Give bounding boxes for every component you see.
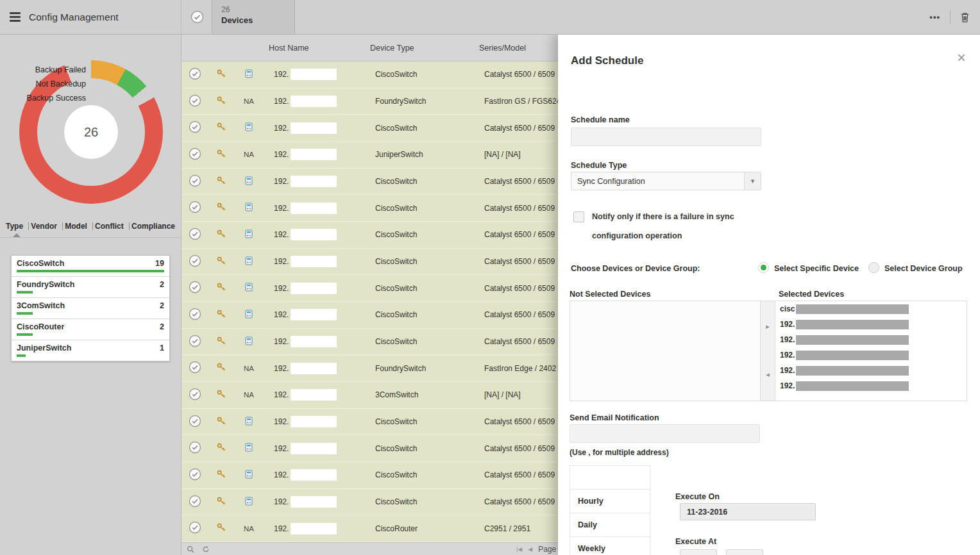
execute-at-minute-select[interactable]: ▾	[726, 549, 763, 555]
row-checkbox[interactable]	[189, 201, 201, 215]
credentials-key-icon[interactable]	[217, 470, 226, 481]
row-checkbox[interactable]	[189, 361, 201, 376]
credentials-key-icon[interactable]	[217, 390, 226, 401]
notify-checkbox[interactable]	[573, 211, 584, 222]
credentials-key-icon[interactable]	[217, 363, 226, 374]
credentials-key-icon[interactable]	[217, 176, 226, 187]
credentials-key-icon[interactable]	[217, 336, 226, 347]
row-checkbox[interactable]	[189, 174, 201, 189]
selected-device-item[interactable]: 192.	[775, 378, 967, 393]
search-icon[interactable]	[187, 545, 194, 553]
host-name-cell[interactable]: 192.	[264, 229, 365, 240]
selected-device-item[interactable]: 192.	[775, 317, 967, 332]
column-host-name[interactable]: Host Name	[264, 44, 365, 53]
move-right-icon[interactable]: ▸	[761, 322, 775, 331]
sidebar-tab[interactable]: Compliance	[131, 222, 175, 231]
trash-icon[interactable]	[960, 12, 970, 23]
credentials-key-icon[interactable]	[217, 122, 226, 133]
chevron-down-icon[interactable]: ▾	[744, 172, 761, 190]
email-input[interactable]	[570, 424, 760, 443]
host-name-cell[interactable]: 192.	[264, 523, 365, 534]
close-icon[interactable]: ×	[957, 50, 966, 65]
type-stat-row[interactable]: FoundrySwitch 2	[12, 277, 169, 298]
row-checkbox[interactable]	[189, 468, 201, 483]
move-left-icon[interactable]: ◂	[761, 370, 775, 379]
host-name-cell[interactable]: 192.	[264, 122, 365, 134]
more-options-icon[interactable]: •••	[929, 12, 940, 22]
host-name-cell[interactable]: 192.	[264, 176, 365, 187]
row-checkbox[interactable]	[189, 94, 201, 109]
hamburger-menu-icon[interactable]	[10, 12, 21, 21]
credentials-key-icon[interactable]	[217, 443, 226, 454]
tab-devices[interactable]: 26 Devices	[212, 0, 295, 34]
host-name-cell[interactable]: 192.	[264, 416, 365, 427]
sidebar-tab[interactable]: Conflict	[95, 222, 130, 231]
host-name-cell[interactable]: 192.	[264, 363, 365, 374]
host-name-cell[interactable]: 192.	[264, 283, 365, 294]
row-checkbox[interactable]	[189, 281, 201, 295]
credentials-key-icon[interactable]	[217, 310, 226, 320]
prev-page-icon[interactable]: ◀	[528, 546, 532, 552]
credentials-key-icon[interactable]	[217, 229, 226, 240]
host-name-cell[interactable]: 192.	[264, 496, 365, 508]
selected-device-item[interactable]: cisc	[775, 301, 967, 317]
row-checkbox[interactable]	[189, 521, 201, 536]
sidebar-tab[interactable]: Vendor	[31, 222, 63, 231]
host-name-cell[interactable]: 192.	[264, 389, 365, 401]
row-checkbox[interactable]	[189, 147, 201, 162]
first-page-icon[interactable]: |◀	[516, 546, 522, 552]
row-checkbox[interactable]	[189, 495, 201, 509]
row-checkbox[interactable]	[189, 415, 201, 429]
schedule-type-select[interactable]: Sync Configuration ▾	[571, 172, 761, 190]
selected-device-item[interactable]: 192.	[775, 363, 967, 378]
host-name-cell[interactable]: 192.	[264, 443, 365, 454]
execute-on-date-input[interactable]: 11-23-2016	[680, 503, 816, 520]
row-checkbox[interactable]	[189, 388, 201, 402]
row-checkbox[interactable]	[189, 228, 201, 242]
type-stat-row[interactable]: 3ComSwitch 2	[12, 298, 169, 319]
schedule-tab[interactable]: Daily	[570, 513, 650, 537]
column-device-type[interactable]: Device Type	[365, 44, 474, 53]
schedule-tab[interactable]: Weekly	[570, 537, 650, 555]
credentials-key-icon[interactable]	[217, 417, 226, 427]
selected-device-item[interactable]: 192.	[775, 347, 967, 363]
row-checkbox[interactable]	[189, 308, 201, 322]
type-stat-row[interactable]: JuniperSwitch 1	[12, 340, 169, 361]
host-name-cell[interactable]: 192.	[264, 203, 365, 214]
host-name-cell[interactable]: 192.	[264, 69, 365, 80]
credentials-key-icon[interactable]	[217, 497, 226, 508]
type-stat-row[interactable]: CiscoRouter 2	[12, 319, 169, 340]
schedule-tab[interactable]: Hourly	[570, 490, 650, 513]
radio-select-device-group[interactable]	[868, 262, 879, 273]
row-checkbox[interactable]	[189, 254, 201, 269]
row-checkbox[interactable]	[189, 441, 201, 456]
credentials-key-icon[interactable]	[217, 203, 226, 213]
schedule-tab[interactable]	[570, 466, 650, 490]
host-name-cell[interactable]: 192.	[264, 95, 365, 107]
schedule-name-input[interactable]	[571, 128, 761, 146]
host-name-cell[interactable]: 192.	[264, 256, 365, 267]
sidebar-tab[interactable]: Model	[65, 222, 93, 231]
host-name-cell[interactable]: 192.	[264, 336, 365, 347]
credentials-key-icon[interactable]	[217, 283, 226, 294]
credentials-key-icon[interactable]	[217, 69, 226, 80]
credentials-key-icon[interactable]	[217, 96, 226, 107]
type-stat-row[interactable]: CiscoSwitch 19	[12, 256, 169, 277]
host-name-cell[interactable]: 192.	[264, 149, 365, 160]
execute-at-hour-select[interactable]: ▾	[680, 549, 717, 555]
not-selected-devices-list[interactable]	[570, 301, 761, 401]
select-all-checkbox[interactable]	[190, 10, 204, 24]
row-checkbox[interactable]	[189, 67, 201, 82]
refresh-icon[interactable]	[202, 545, 210, 553]
radio-select-specific-device[interactable]	[758, 262, 769, 273]
credentials-key-icon[interactable]	[217, 149, 226, 160]
credentials-key-icon[interactable]	[217, 523, 226, 534]
selected-device-item[interactable]: 192.	[775, 332, 967, 347]
host-name-cell[interactable]: 192.	[264, 309, 365, 320]
sidebar-tab[interactable]: Type	[6, 222, 29, 231]
selected-devices-list[interactable]: cisc 192. 192. 192. 192. 192.	[775, 301, 967, 401]
row-checkbox[interactable]	[189, 120, 201, 135]
row-checkbox[interactable]	[189, 335, 201, 349]
host-name-cell[interactable]: 192.	[264, 469, 365, 481]
credentials-key-icon[interactable]	[217, 256, 226, 267]
